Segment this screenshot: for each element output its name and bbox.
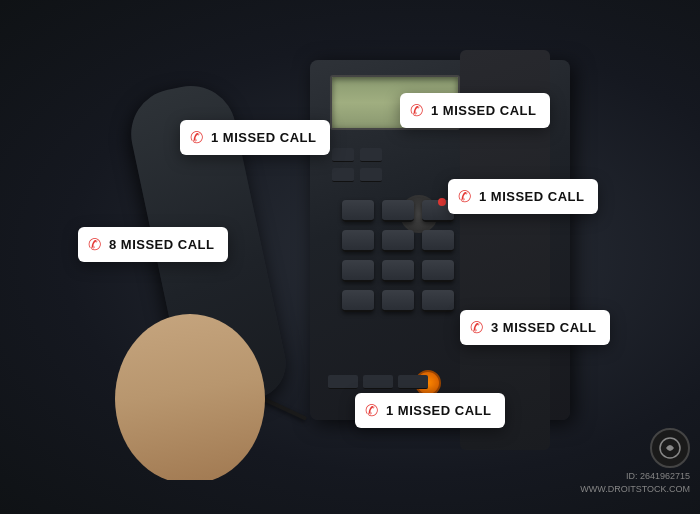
scene: ✆1 MISSED CALL✆1 MISSED CALL✆1 MISSED CA… <box>0 0 700 514</box>
watermark-logo <box>650 428 690 468</box>
notification-2: ✆1 MISSED CALL <box>180 120 330 155</box>
notification-text: 8 MISSED CALL <box>109 237 214 252</box>
notification-text: 1 MISSED CALL <box>479 189 584 204</box>
notification-5: ✆3 MISSED CALL <box>460 310 610 345</box>
phone-keypad <box>323 200 473 360</box>
notification-4: ✆8 MISSED CALL <box>78 227 228 262</box>
notification-text: 1 MISSED CALL <box>386 403 491 418</box>
del-btn <box>360 148 382 162</box>
watermark-url: WWW.DROITSTOCK.COM <box>580 484 690 494</box>
notification-6: ✆1 MISSED CALL <box>355 393 505 428</box>
notification-text: 3 MISSED CALL <box>491 320 596 335</box>
hold-btn <box>328 375 358 389</box>
out-btn <box>332 148 354 162</box>
notification-text: 1 MISSED CALL <box>211 130 316 145</box>
phone-icon: ✆ <box>88 235 101 254</box>
phone-icon: ✆ <box>190 128 203 147</box>
phone-icon: ✆ <box>410 101 423 120</box>
flash-btn <box>363 375 393 389</box>
notification-text: 1 MISSED CALL <box>431 103 536 118</box>
in-use-indicator <box>438 198 446 206</box>
phone-icon: ✆ <box>365 401 378 420</box>
notification-3: ✆1 MISSED CALL <box>448 179 598 214</box>
watermark: ID: 2641962715 WWW.DROITSTOCK.COM <box>580 428 690 494</box>
vol-btn <box>332 168 354 182</box>
phone-icon: ✆ <box>470 318 483 337</box>
back-btn <box>360 168 382 182</box>
watermark-id: ID: 2641962715 <box>626 471 690 481</box>
redial-btn <box>398 375 428 389</box>
phone-icon: ✆ <box>458 187 471 206</box>
notification-1: ✆1 MISSED CALL <box>400 93 550 128</box>
